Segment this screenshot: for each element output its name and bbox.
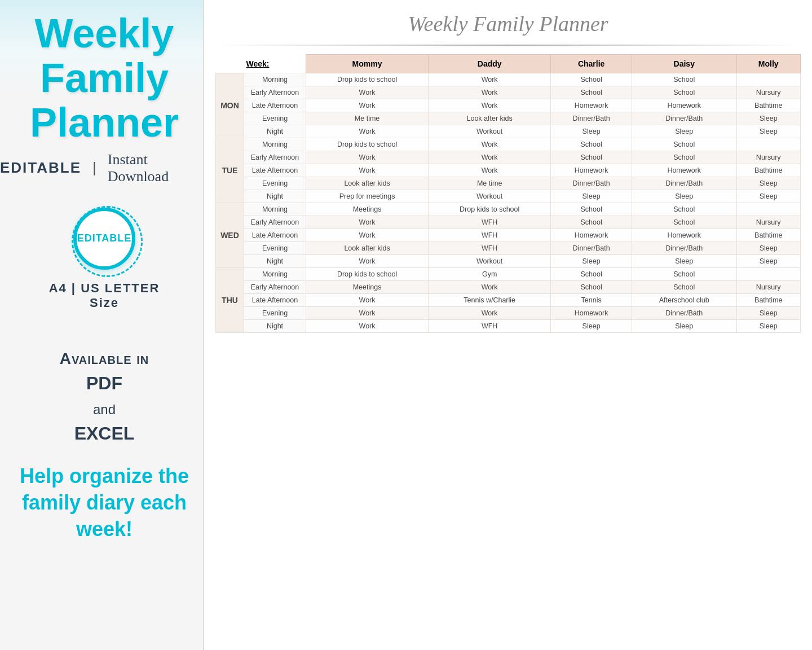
cell-daisy: Sleep — [632, 255, 737, 268]
subtitle-separator: | — [92, 159, 96, 177]
cell-daisy: Dinner/Bath — [632, 177, 737, 190]
format-text: PDF and EXCEL — [60, 371, 149, 446]
cell-daisy: Dinner/Bath — [632, 307, 737, 320]
cell-charlie: Homework — [551, 307, 632, 320]
cell-molly: Bathtime — [736, 164, 801, 177]
cell-charlie: School — [551, 281, 632, 294]
cell-mommy: Drop kids to school — [306, 268, 429, 281]
cell-molly: Sleep — [736, 307, 801, 320]
time-cell: Early Afternoon — [244, 216, 306, 229]
cell-mommy: Look after kids — [306, 242, 429, 255]
time-cell: Evening — [244, 242, 306, 255]
time-cell: Morning — [244, 203, 306, 216]
cell-daisy: School — [632, 203, 737, 216]
time-cell: Early Afternoon — [244, 151, 306, 164]
cell-daisy: School — [632, 216, 737, 229]
cell-daddy: WFH — [429, 242, 551, 255]
time-cell: Night — [244, 125, 306, 138]
cell-daisy: Afterschool club — [632, 294, 737, 307]
divider-line — [215, 45, 801, 46]
cell-molly — [736, 138, 801, 151]
cell-charlie: School — [551, 268, 632, 281]
cell-molly — [736, 73, 801, 86]
cell-charlie: Homework — [551, 229, 632, 242]
cell-daddy: Gym — [429, 268, 551, 281]
cell-daisy: School — [632, 138, 737, 151]
cell-mommy: Work — [306, 216, 429, 229]
day-label-tue: TUE — [216, 138, 244, 203]
week-header-empty — [216, 55, 244, 73]
cell-charlie: Sleep — [551, 125, 632, 138]
col-mommy: Mommy — [306, 55, 429, 73]
cell-mommy: Work — [306, 320, 429, 333]
cell-mommy: Work — [306, 294, 429, 307]
right-panel: Weekly Family Planner Week: Mommy Daddy … — [203, 0, 812, 650]
cell-daisy: School — [632, 151, 737, 164]
planner-table: Week: Mommy Daddy Charlie Daisy Molly MO… — [215, 54, 801, 333]
cell-mommy: Meetings — [306, 281, 429, 294]
cell-charlie: School — [551, 151, 632, 164]
cell-mommy: Drop kids to school — [306, 138, 429, 151]
cell-molly: Sleep — [736, 177, 801, 190]
cell-daisy: Dinner/Bath — [632, 112, 737, 125]
main-title: Weekly Family Planner — [0, 11, 209, 146]
time-cell: Late Afternoon — [244, 229, 306, 242]
day-label-thu: THU — [216, 268, 244, 333]
time-cell: Morning — [244, 73, 306, 86]
cell-mommy: Work — [306, 151, 429, 164]
cell-molly: Nursury — [736, 281, 801, 294]
available-text: Available in — [60, 350, 149, 368]
cell-mommy: Work — [306, 86, 429, 99]
cell-molly: Sleep — [736, 242, 801, 255]
table-row: Early AfternoonWorkWorkSchoolSchoolNursu… — [216, 151, 801, 164]
cell-molly: Sleep — [736, 255, 801, 268]
day-label-wed: WED — [216, 203, 244, 268]
cell-daddy: Look after kids — [429, 112, 551, 125]
table-row: TUEMorningDrop kids to schoolWorkSchoolS… — [216, 138, 801, 151]
pdf-text: PDF — [86, 373, 122, 393]
cell-charlie: School — [551, 73, 632, 86]
cell-charlie: Dinner/Bath — [551, 112, 632, 125]
cell-daisy: School — [632, 281, 737, 294]
cell-mommy: Work — [306, 229, 429, 242]
cell-daddy: Work — [429, 73, 551, 86]
time-cell: Night — [244, 320, 306, 333]
table-row: NightWorkWorkoutSleepSleepSleep — [216, 125, 801, 138]
cell-charlie: Sleep — [551, 255, 632, 268]
cell-daddy: WFH — [429, 320, 551, 333]
table-row: EveningWorkWorkHomeworkDinner/BathSleep — [216, 307, 801, 320]
time-cell: Morning — [244, 268, 306, 281]
table-row: Early AfternoonMeetingsWorkSchoolSchoolN… — [216, 281, 801, 294]
time-cell: Early Afternoon — [244, 281, 306, 294]
cell-daddy: Work — [429, 281, 551, 294]
cell-daisy: School — [632, 268, 737, 281]
table-row: WEDMorningMeetingsDrop kids to schoolSch… — [216, 203, 801, 216]
cell-molly: Nursury — [736, 86, 801, 99]
table-row: Early AfternoonWorkWorkSchoolSchoolNursu… — [216, 86, 801, 99]
table-row: EveningLook after kidsMe timeDinner/Bath… — [216, 177, 801, 190]
cell-molly: Sleep — [736, 190, 801, 203]
cell-molly: Bathtime — [736, 294, 801, 307]
col-daisy: Daisy — [632, 55, 737, 73]
table-row: EveningMe timeLook after kidsDinner/Bath… — [216, 112, 801, 125]
table-row: THUMorningDrop kids to schoolGymSchoolSc… — [216, 268, 801, 281]
cell-charlie: Sleep — [551, 190, 632, 203]
time-cell: Late Afternoon — [244, 164, 306, 177]
time-cell: Evening — [244, 307, 306, 320]
cell-daddy: Work — [429, 99, 551, 112]
table-row: NightPrep for meetingsWorkoutSleepSleepS… — [216, 190, 801, 203]
badge-container: EDITABLE — [73, 208, 135, 270]
cell-molly: Sleep — [736, 320, 801, 333]
badge-text: EDITABLE — [77, 232, 132, 244]
cell-daddy: Tennis w/Charlie — [429, 294, 551, 307]
cell-mommy: Work — [306, 164, 429, 177]
cell-mommy: Me time — [306, 112, 429, 125]
cell-molly — [736, 203, 801, 216]
cell-charlie: Tennis — [551, 294, 632, 307]
cell-daddy: Work — [429, 164, 551, 177]
table-row: Late AfternoonWorkWorkHomeworkHomeworkBa… — [216, 164, 801, 177]
cell-charlie: School — [551, 203, 632, 216]
week-label: Week: — [244, 55, 306, 73]
cell-molly: Nursury — [736, 216, 801, 229]
table-row: Early AfternoonWorkWFHSchoolSchoolNursur… — [216, 216, 801, 229]
